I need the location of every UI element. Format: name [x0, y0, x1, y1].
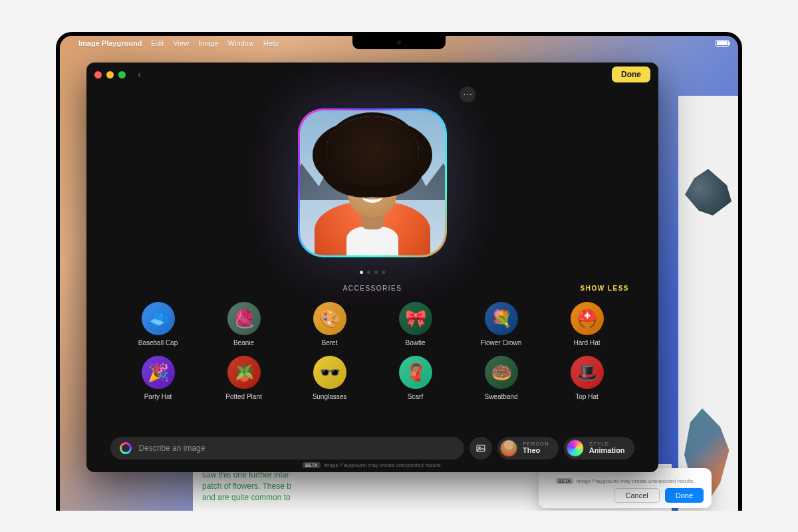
accessory-label: Potted Plant	[225, 393, 261, 400]
person-chip[interactable]: PERSON Theo	[497, 437, 559, 460]
beta-badge: BETA	[303, 462, 321, 468]
disclaimer-text: Image Playground may create unexpected r…	[324, 462, 442, 468]
window-titlebar: ‹ Done	[86, 63, 658, 86]
accessory-tile-bowtie[interactable]: 🎀Bowtie	[376, 302, 455, 346]
accessory-label: Beanie	[233, 339, 254, 346]
baseballcap-icon: 🧢	[142, 302, 175, 335]
pager-dot[interactable]	[360, 271, 363, 274]
laptop-frame: Image Playground Edit View Image Window …	[56, 32, 742, 511]
style-chip[interactable]: STYLE Animation	[564, 437, 634, 460]
accessory-tile-partyhat[interactable]: 🎉Party Hat	[118, 356, 198, 400]
background-save-dialog: BETA Image Playground may create unexpec…	[539, 468, 712, 508]
preview-more-button[interactable]: ⋯	[460, 86, 475, 102]
pager-dot[interactable]	[367, 271, 370, 274]
image-playground-window: ‹ Done	[86, 63, 658, 472]
maximize-window-button[interactable]	[118, 71, 126, 78]
scarf-icon: 🧣	[399, 356, 432, 389]
background-bird-window	[678, 96, 738, 511]
partyhat-icon: 🎉	[142, 356, 175, 389]
flowercrown-icon: 💐	[485, 302, 518, 335]
accessory-tile-scarf[interactable]: 🧣Scarf	[376, 356, 455, 400]
accessory-tile-sweatband[interactable]: 🍩Sweatband	[462, 356, 541, 400]
dialog-cancel-button[interactable]: Cancel	[614, 488, 659, 503]
accessories-grid: 🧢Baseball Cap🧶Beanie🎨Beret🎀Bowtie💐Flower…	[86, 297, 658, 406]
sparkle-icon	[120, 442, 132, 454]
accessory-tile-beret[interactable]: 🎨Beret	[290, 302, 369, 346]
accessory-label: Hard Hat	[573, 339, 600, 346]
person-avatar-icon	[500, 440, 517, 457]
show-less-button[interactable]: SHOW LESS	[580, 285, 629, 292]
beanie-icon: 🧶	[227, 302, 261, 335]
pager-dot[interactable]	[374, 271, 378, 274]
desktop-screen: Image Playground Edit View Image Window …	[60, 36, 738, 511]
done-button[interactable]: Done	[612, 66, 650, 82]
pager-dot[interactable]	[382, 271, 385, 274]
hardhat-icon: ⛑️	[571, 302, 604, 335]
beta-badge: BETA	[556, 478, 574, 484]
accessory-label: Bowtie	[405, 339, 425, 346]
accessory-label: Baseball Cap	[138, 339, 178, 346]
pottedplant-icon: 🪴	[227, 356, 261, 389]
menu-view[interactable]: View	[173, 39, 189, 47]
accessory-tile-sunglasses[interactable]: 🕶️Sunglasses	[290, 356, 369, 400]
section-title: ACCESSORIES	[343, 285, 402, 292]
back-button[interactable]: ‹	[138, 68, 141, 80]
accessory-tile-pottedplant[interactable]: 🪴Potted Plant	[204, 356, 283, 400]
accessory-label: Flower Crown	[481, 339, 522, 346]
accessory-tile-beanie[interactable]: 🧶Beanie	[204, 302, 283, 346]
accessory-label: Scarf	[408, 393, 423, 400]
dialog-done-button[interactable]: Done	[665, 488, 704, 503]
accessory-label: Beret	[322, 339, 338, 346]
close-window-button[interactable]	[94, 71, 102, 78]
accessory-tile-baseballcap[interactable]: 🧢Baseball Cap	[118, 302, 198, 346]
prompt-placeholder: Describe an image	[138, 444, 205, 453]
accessory-tile-tophat[interactable]: 🎩Top Hat	[547, 356, 626, 400]
bottom-toolbar: Describe an image PERSON Theo	[86, 430, 658, 472]
generated-image-preview[interactable]	[300, 110, 445, 255]
sunglasses-icon: 🕶️	[313, 356, 346, 389]
style-chip-value: Animation	[589, 447, 625, 455]
prompt-input[interactable]: Describe an image	[110, 437, 464, 460]
battery-icon[interactable]	[716, 40, 729, 47]
traffic-lights	[94, 71, 126, 78]
accessory-label: Top Hat	[575, 393, 598, 400]
insert-photo-button[interactable]	[469, 437, 492, 460]
menu-edit[interactable]: Edit	[151, 39, 164, 47]
menu-help[interactable]: Help	[263, 39, 279, 47]
beret-icon: 🎨	[313, 302, 346, 335]
minimize-window-button[interactable]	[106, 71, 114, 78]
style-swatch-icon	[567, 440, 584, 457]
bowtie-icon: 🎀	[399, 302, 432, 335]
preview-pager[interactable]	[360, 271, 385, 274]
accessory-label: Sweatband	[484, 393, 517, 400]
display-notch	[352, 36, 446, 49]
accessory-label: Party Hat	[144, 393, 172, 400]
accessory-tile-flowercrown[interactable]: 💐Flower Crown	[462, 302, 541, 346]
menubar-app-name[interactable]: Image Playground	[78, 39, 142, 47]
accessory-tile-hardhat[interactable]: ⛑️Hard Hat	[547, 302, 626, 346]
person-chip-value: Theo	[523, 447, 549, 455]
menu-image[interactable]: Image	[198, 39, 219, 47]
sweatband-icon: 🍩	[485, 356, 518, 389]
dialog-disclaimer-text: Image Playground may create unexpected r…	[576, 478, 694, 484]
accessories-section-header: ACCESSORIES SHOW LESS	[86, 279, 658, 297]
accessory-label: Sunglasses	[313, 393, 347, 400]
menu-window[interactable]: Window	[228, 39, 254, 47]
preview-area: ⋯	[86, 86, 658, 279]
bird-illustration-icon	[685, 169, 732, 215]
tophat-icon: 🎩	[571, 356, 604, 389]
